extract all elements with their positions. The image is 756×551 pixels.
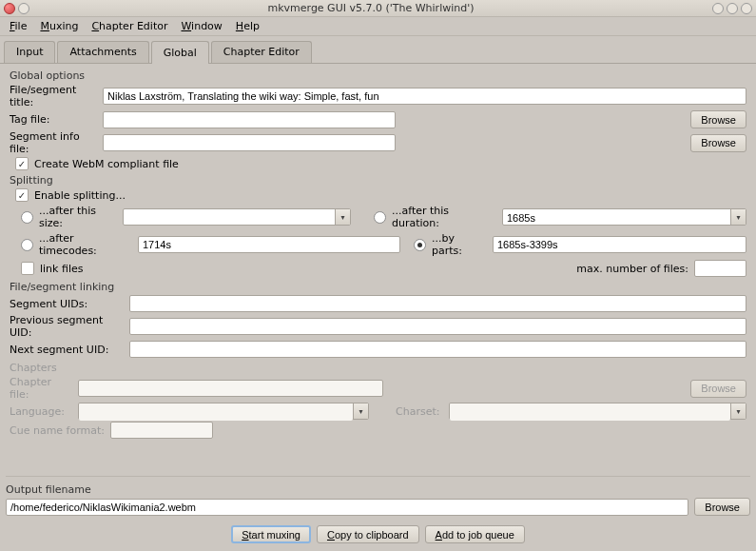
chevron-down-icon[interactable]: ▾: [335, 209, 350, 225]
charset-label: Charset:: [396, 405, 443, 418]
prev-segment-uid-input[interactable]: [129, 318, 746, 335]
tab-chapter-editor[interactable]: Chapter Editor: [211, 41, 312, 63]
menu-file[interactable]: File: [4, 18, 32, 34]
tab-attachments[interactable]: Attachments: [57, 41, 148, 63]
tab-content-global: Global options File/segment title: Tag f…: [0, 64, 756, 446]
cue-name-format-label: Cue name format:: [10, 424, 105, 437]
window-control-1[interactable]: [712, 3, 724, 14]
global-options-legend: Global options: [10, 69, 746, 82]
start-muxing-button[interactable]: Start muxing: [231, 525, 311, 543]
tab-input[interactable]: Input: [4, 41, 55, 63]
file-segment-title-label: File/segment title:: [10, 84, 97, 108]
split-after-timecodes-label: ...after timecodes:: [39, 232, 132, 257]
language-label: Language:: [10, 405, 72, 418]
menu-chapter-editor[interactable]: Chapter Editor: [86, 18, 173, 34]
segment-info-browse-button[interactable]: Browse: [690, 134, 746, 152]
create-webm-checkbox[interactable]: [15, 157, 29, 170]
create-webm-label: Create WebM compliant file: [34, 158, 179, 170]
tab-global[interactable]: Global: [151, 41, 209, 64]
menu-muxing[interactable]: Muxing: [34, 18, 84, 34]
split-by-parts-label: ...by parts:: [432, 232, 487, 257]
split-after-duration-input[interactable]: [503, 209, 730, 226]
chevron-down-icon[interactable]: ▾: [730, 209, 746, 225]
window-close-button[interactable]: [4, 3, 15, 14]
file-segment-title-input[interactable]: [103, 88, 746, 105]
copy-to-clipboard-button[interactable]: Copy to clipboard: [317, 525, 419, 543]
output-filename-input[interactable]: [6, 499, 688, 516]
split-after-duration-radio[interactable]: [374, 211, 386, 224]
chapter-file-browse-button: Browse: [690, 380, 746, 398]
split-after-size-label: ...after this size:: [39, 205, 117, 229]
segment-uids-label: Segment UIDs:: [10, 298, 124, 310]
charset-combo: ▾: [449, 403, 746, 420]
link-files-label: link files: [40, 263, 83, 275]
split-after-duration-combo[interactable]: ▾: [502, 208, 746, 226]
tag-file-input[interactable]: [103, 111, 396, 128]
segment-info-file-input[interactable]: [103, 134, 396, 151]
segment-uids-input[interactable]: [129, 295, 746, 312]
chapters-legend: Chapters: [10, 362, 746, 374]
language-input: [79, 403, 353, 421]
window-titlebar: mkvmerge GUI v5.7.0 ('The Whirlwind'): [0, 0, 756, 17]
chapter-file-label: Chapter file:: [10, 376, 72, 401]
split-after-timecodes-radio[interactable]: [21, 239, 33, 251]
prev-segment-uid-label: Previous segment UID:: [10, 314, 124, 339]
linking-legend: File/segment linking: [10, 281, 746, 293]
output-filename-legend: Output filename: [6, 483, 750, 496]
max-files-input[interactable]: [694, 260, 746, 277]
next-segment-uid-label: Next segment UID:: [10, 344, 124, 356]
cue-name-format-input: [110, 422, 213, 439]
window-min-button[interactable]: [18, 3, 29, 14]
tabbar: Input Attachments Global Chapter Editor: [0, 36, 756, 64]
next-segment-uid-input[interactable]: [129, 341, 746, 358]
chevron-down-icon: ▾: [730, 403, 746, 419]
tag-file-browse-button[interactable]: Browse: [690, 110, 746, 128]
enable-splitting-label: Enable splitting...: [34, 189, 126, 202]
charset-input: [450, 403, 730, 421]
menu-help[interactable]: Help: [230, 18, 265, 34]
split-after-timecodes-input[interactable]: [138, 236, 400, 253]
enable-splitting-checkbox[interactable]: [15, 188, 29, 202]
split-after-size-combo[interactable]: ▾: [123, 208, 351, 226]
split-after-duration-label: ...after this duration:: [392, 205, 496, 229]
split-by-parts-radio[interactable]: [414, 239, 426, 251]
split-by-parts-input[interactable]: [493, 236, 746, 253]
window-title: mkvmerge GUI v5.7.0 ('The Whirlwind'): [32, 2, 709, 14]
chapter-file-input: [78, 380, 383, 397]
segment-info-file-label: Segment info file:: [10, 130, 97, 155]
menu-window[interactable]: Window: [175, 18, 227, 34]
split-after-size-radio[interactable]: [21, 211, 33, 224]
max-files-label: max. number of files:: [576, 263, 688, 275]
tag-file-label: Tag file:: [10, 113, 97, 126]
window-control-2[interactable]: [727, 3, 738, 14]
split-after-size-input[interactable]: [124, 209, 335, 226]
link-files-checkbox[interactable]: [21, 262, 34, 275]
action-button-row: Start muxing Copy to clipboard Add to jo…: [6, 525, 750, 543]
language-combo: ▾: [78, 403, 369, 420]
splitting-legend: Splitting: [10, 174, 746, 187]
menubar: File Muxing Chapter Editor Window Help: [0, 17, 756, 36]
output-browse-button[interactable]: Browse: [694, 498, 750, 516]
window-control-3[interactable]: [741, 3, 752, 14]
chevron-down-icon: ▾: [353, 403, 368, 419]
add-to-job-queue-button[interactable]: Add to job queue: [425, 525, 525, 543]
